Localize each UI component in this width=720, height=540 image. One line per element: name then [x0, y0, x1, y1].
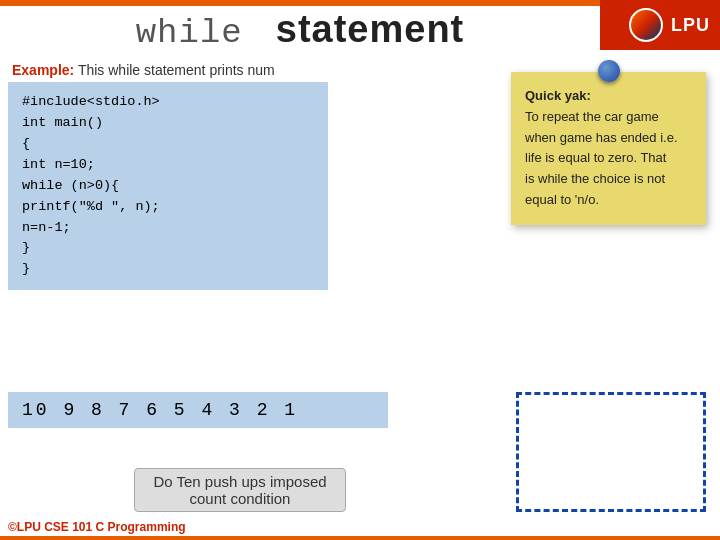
code-line-5: while (n>0){ — [22, 176, 314, 197]
top-orange-bar — [0, 0, 600, 6]
logo-lpu-text: LPU — [671, 15, 710, 36]
bottom-orange-bar — [0, 536, 720, 540]
note-text: Quick yak: To repeat the car game when g… — [525, 86, 692, 211]
code-line-6: printf("%d ", n); — [22, 197, 314, 218]
example-label: Example: — [12, 62, 74, 78]
code-line-3: { — [22, 134, 314, 155]
count-condition-area: Do Ten push ups imposed count condition — [100, 468, 380, 512]
code-line-9: } — [22, 259, 314, 280]
code-line-8: } — [22, 238, 314, 259]
example-description: This while statement prints num — [78, 62, 275, 78]
title-mono: while — [136, 14, 243, 52]
title-bold: statement — [276, 8, 465, 50]
count-condition-box: Do Ten push ups imposed count condition — [134, 468, 345, 512]
count-condition-line1: Do Ten push ups imposed — [153, 473, 326, 490]
title-area: while statement — [0, 8, 600, 52]
logo-circle — [627, 6, 665, 44]
count-condition-line2: count condition — [153, 490, 326, 507]
sticky-note: Quick yak: To repeat the car game when g… — [511, 72, 706, 225]
header-logo-area: LPU — [600, 0, 720, 50]
footer-text: ©LPU CSE 101 C Programming — [8, 520, 186, 534]
example-text: Example: This while statement prints num — [12, 62, 275, 78]
output-bar: 10 9 8 7 6 5 4 3 2 1 — [8, 392, 388, 428]
logo-inner — [631, 10, 661, 40]
pin-icon — [598, 60, 620, 82]
code-line-2: int main() — [22, 113, 314, 134]
footer-label: ©LPU CSE 101 C Programming — [8, 520, 186, 534]
code-line-4: int n=10; — [22, 155, 314, 176]
blue-dashed-box — [516, 392, 706, 512]
output-text: 10 9 8 7 6 5 4 3 2 1 — [22, 400, 298, 420]
code-line-7: n=n-1; — [22, 218, 314, 239]
code-line-1: #include<stdio.h> — [22, 92, 314, 113]
code-block: #include<stdio.h> int main() { int n=10;… — [8, 82, 328, 290]
page-title: while statement — [0, 8, 600, 52]
